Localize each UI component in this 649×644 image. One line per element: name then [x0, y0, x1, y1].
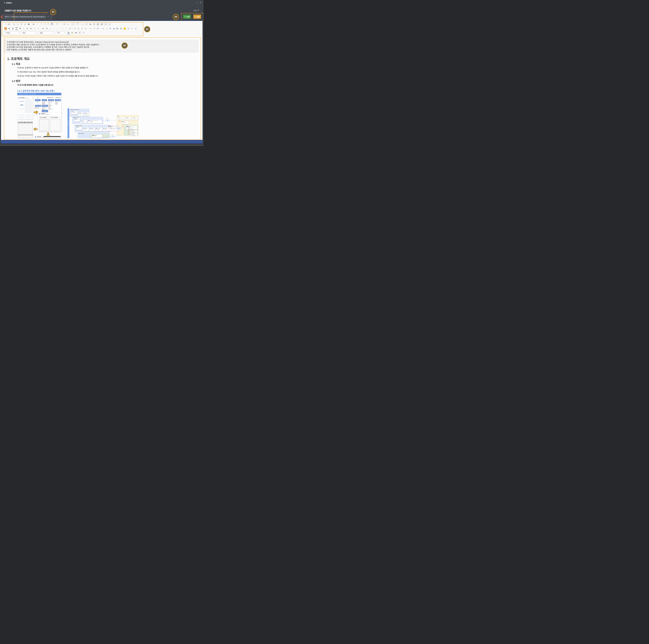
dropdown-caret-icon: ▾ [34, 32, 36, 33]
hidden-field-icon[interactable]: ab [108, 23, 111, 25]
new-page-icon[interactable]: ▢ [16, 23, 19, 25]
select-field-icon[interactable]: ▤ [100, 23, 103, 25]
copy-icon[interactable]: ❐ [40, 23, 42, 25]
ltr-icon[interactable]: ▸¶ [90, 28, 92, 30]
bg-color-icon[interactable]: ab▾ [71, 31, 74, 34]
language-icon[interactable]: Ⓐ▾ [97, 28, 99, 30]
edit-button[interactable]: ✎수정 [183, 14, 191, 19]
iframe-icon[interactable]: ◫ [134, 28, 137, 30]
gear-icon: ⚙ [112, 134, 113, 135]
preview-icon[interactable]: ◎ [24, 23, 26, 25]
heading-1: 1. 프로젝트 개요 [7, 56, 30, 61]
diagram-icon[interactable]: ╥ [4, 28, 7, 30]
unlink-icon[interactable]: ∞ [105, 28, 108, 30]
undo-rotate-icon: ↺ [194, 16, 196, 18]
footer-blue-bar [1, 140, 203, 144]
line-height-icon[interactable]: ↕ [15, 28, 18, 30]
checkbox-icon[interactable]: ☑ [85, 23, 88, 25]
dropdown-caret-icon: ▾ [16, 32, 19, 33]
horizontal-rule-icon[interactable]: ⊟ [120, 28, 122, 30]
word-wrap-icon[interactable]: § [12, 28, 14, 30]
attach-icon[interactable]: ⊕ [8, 28, 10, 30]
special-char-icon[interactable]: Ω [127, 28, 130, 30]
arrow-left-icon [33, 127, 38, 131]
image-icon[interactable]: ◪ [113, 28, 115, 30]
version-button[interactable]: ↺버전 [193, 14, 201, 19]
figure-document-panel-2: ▦ Document( Word, PDF, Google Docs ... )… [38, 112, 61, 132]
align-left-icon[interactable]: ≡ [74, 28, 76, 30]
select-all-icon[interactable]: ≡ [72, 23, 74, 25]
smiley-icon[interactable]: ☺ [124, 28, 126, 30]
maximize-icon[interactable]: ✥ [75, 32, 77, 34]
radio-icon[interactable]: ◉ [89, 23, 91, 25]
fullscreen-expand-icon[interactable]: ✥ [200, 2, 201, 4]
blockquote-icon[interactable]: “ [65, 28, 68, 30]
superscript-icon[interactable]: X² [37, 28, 39, 30]
link-icon[interactable]: ∞ [102, 28, 104, 30]
page-break-icon[interactable]: ⊣⊢ [131, 28, 133, 30]
textarea-icon[interactable]: ▤ [96, 23, 99, 25]
templates-icon[interactable]: ◧ [33, 23, 35, 25]
about-icon[interactable]: ? [82, 32, 85, 34]
gitlab-logo-icon: ▼ [132, 118, 133, 119]
back-arrow-icon[interactable] [1, 16, 2, 18]
size-select[interactable]: 크기▾ [56, 31, 66, 34]
dropdown-caret-icon: ▾ [62, 32, 65, 33]
subscript-icon[interactable]: X₂ [34, 28, 36, 30]
collapse-chevron-down-icon[interactable]: ∨ [196, 2, 198, 4]
align-justify-icon[interactable]: ≡ [85, 28, 87, 30]
copy-document-icon[interactable]: ❐ [46, 15, 50, 19]
style-select[interactable]: 스타일▾ [4, 31, 20, 34]
outdent-icon[interactable]: «≡ [58, 28, 60, 30]
scope-lead: 이 요구사항 명세의 범위는 다음을 포함 합니다. [17, 83, 54, 86]
paste-icon[interactable]: ❒ [43, 23, 46, 25]
bold-icon[interactable]: B [19, 28, 21, 30]
div-container-icon[interactable]: DIV [69, 28, 71, 30]
undo-icon[interactable]: ↶ [56, 23, 58, 25]
ordered-list-icon[interactable]: 1≡ [49, 28, 52, 30]
help-link[interactable]: Help? [193, 9, 199, 11]
find-icon[interactable]: ΘΘ [63, 23, 66, 25]
underline-icon[interactable]: U [26, 28, 29, 30]
indent-icon[interactable]: »≡ [61, 28, 64, 30]
editor-content[interactable]: 소프트웨어 요구사항 명세서(SRS, Software Requirement… [1, 36, 203, 140]
rtl-icon[interactable]: ¶◂ [93, 28, 95, 30]
save-icon[interactable]: ▣ [13, 23, 15, 25]
paste-word-icon[interactable]: W [51, 23, 53, 25]
form-title-specification: 요구사항 명세서 [50, 117, 60, 118]
show-blocks-icon[interactable]: ¶ [78, 31, 81, 34]
paste-text-icon[interactable]: ❒ [47, 23, 49, 25]
unordered-list-icon[interactable]: •≡ [53, 28, 55, 30]
redo-icon[interactable]: ↷ [59, 23, 62, 25]
cut-icon[interactable]: ✂ [36, 23, 38, 25]
copy-format-icon[interactable]: ✒ [42, 28, 44, 30]
text-color-icon[interactable]: A▾ [68, 31, 70, 34]
text-field-icon[interactable]: ab| [93, 23, 95, 25]
italic-icon[interactable]: I [23, 28, 25, 30]
export-pdf-icon[interactable]: PDF [20, 23, 23, 25]
button-icon[interactable]: xxx [104, 23, 107, 25]
align-right-icon[interactable]: ≡ [81, 28, 83, 30]
format-select[interactable]: 문단▾ [21, 31, 37, 34]
heading-1-2: 1.2 범위 [12, 79, 20, 83]
replace-icon[interactable]: a→c [67, 23, 69, 25]
align-center-icon[interactable]: ≡ [77, 28, 80, 30]
source-icon[interactable]: ‹/› [4, 23, 7, 25]
specification-table-sketch [50, 119, 60, 131]
remove-format-icon[interactable]: A [46, 28, 48, 30]
spellcheck-icon[interactable]: ✓▾ [77, 23, 79, 25]
toolbar-row-2: ╥⊕§↕BIUabcX₂X²✒A1≡•≡«≡»≡“DIV≡≡≡≡▸¶¶◂Ⓐ▾∞∞… [4, 27, 138, 30]
form-title-definition: 요구사항 정의서 [39, 117, 49, 118]
editor-window: ✎Editor ∨ ✥ 산출물의 상세 내용을 작성합니다. Help? SRS… [0, 0, 204, 146]
form-icon[interactable]: ▭ [82, 23, 84, 25]
table-icon[interactable]: ⊞▾ [116, 28, 119, 30]
toolbar-row-1: ‹/›소스▣▢PDF◎▦◧✂❐❒❒W↶↷ΘΘa→c≡✓▾▭☑◉ab|▤▤xxxa… [4, 23, 112, 25]
chip-icon: ▦ [18, 97, 20, 98]
print-icon[interactable]: ▦ [28, 23, 30, 25]
edit-pencil-icon: ✎ [4, 2, 5, 4]
figure-document-panel-1: ▦ Document( Word, PDF, Google Docs ... )… [17, 96, 33, 119]
font-select[interactable]: 글꼴▾ [39, 31, 54, 34]
embedded-figure: Architecture: Websites > Content Hosting… [17, 93, 139, 138]
strike-icon[interactable]: abc [30, 28, 32, 30]
anchor-icon[interactable]: ⚑ [109, 28, 112, 30]
